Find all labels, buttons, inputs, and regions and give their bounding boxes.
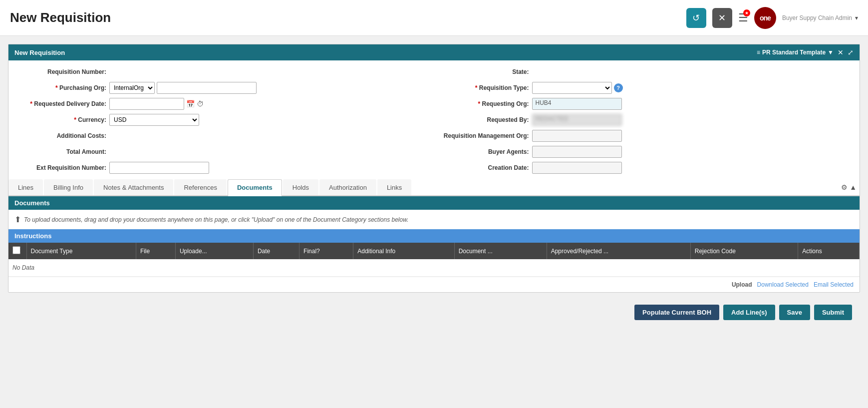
- close-button[interactable]: ✕: [712, 8, 732, 28]
- requisition-type-select[interactable]: [532, 82, 612, 94]
- table-footer: Upload Download Selected Email Selected: [8, 277, 860, 292]
- no-data-row: No Data: [8, 259, 860, 277]
- column-date: Date: [253, 243, 299, 259]
- requisition-panel: New Requisition ≡ PR Standard Template ▼…: [8, 44, 860, 293]
- additional-costs-label: Additional Costs:: [16, 132, 106, 139]
- populate-boh-button[interactable]: Populate Current BOH: [634, 305, 719, 320]
- delivery-date-row: * Requested Delivery Date: 📅 ⏱: [16, 97, 429, 110]
- requesting-org-value: HUB4: [532, 98, 622, 110]
- form-area: Requisition Number: * Purchasing Org: In…: [8, 60, 860, 179]
- tab-lines[interactable]: Lines: [8, 179, 43, 195]
- total-amount-label: Total Amount:: [16, 148, 106, 155]
- total-amount-row: Total Amount:: [16, 145, 429, 158]
- upload-link[interactable]: Upload: [732, 281, 752, 288]
- delivery-date-input[interactable]: [109, 98, 184, 110]
- panel-title: New Requisition: [14, 49, 65, 56]
- requesting-org-label: * Requesting Org:: [439, 100, 529, 107]
- clock-icon[interactable]: ⏱: [197, 100, 204, 108]
- purchasing-org-select[interactable]: InternalOrg: [109, 82, 155, 94]
- notification-badge: ★: [743, 9, 750, 16]
- column-uploaded: Uploade...: [175, 243, 253, 259]
- user-menu[interactable]: Buyer Suppy Chain Admin ▾: [782, 14, 858, 21]
- form-left-column: Requisition Number: * Purchasing Org: In…: [16, 65, 429, 174]
- user-name: Buyer Suppy Chain Admin: [782, 14, 852, 21]
- main-content: New Requisition ≡ PR Standard Template ▼…: [0, 36, 868, 334]
- tab-billing-info[interactable]: Billing Info: [44, 179, 93, 195]
- tab-links[interactable]: Links: [377, 179, 411, 195]
- template-label: ≡ PR Standard Template ▼: [757, 49, 834, 56]
- panel-title-group: New Requisition: [14, 49, 65, 56]
- help-icon[interactable]: ?: [614, 83, 623, 92]
- panel-close-button[interactable]: ✕: [838, 48, 844, 56]
- purchasing-org-group: InternalOrg: [109, 82, 257, 94]
- purchasing-org-label: * Purchasing Org:: [16, 84, 106, 91]
- column-file: File: [136, 243, 175, 259]
- upload-notice: ⬆ To upload documents, drag and drop you…: [8, 210, 860, 229]
- buyer-agents-value: [532, 146, 622, 158]
- submit-button[interactable]: Submit: [814, 305, 852, 320]
- refresh-button[interactable]: ↺: [686, 8, 706, 28]
- hamburger-notification[interactable]: ☰ ★: [738, 11, 748, 24]
- email-selected-link[interactable]: Email Selected: [814, 281, 854, 288]
- req-mgmt-org-label: Requisition Management Org:: [439, 132, 529, 139]
- buyer-agents-row: Buyer Agents:: [439, 145, 852, 158]
- download-selected-link[interactable]: Download Selected: [757, 281, 809, 288]
- column-document-ellipsis: Document ...: [454, 243, 547, 259]
- documents-table: Document Type File Uploade... Date Final…: [8, 243, 860, 277]
- column-actions: Actions: [798, 243, 860, 259]
- requisition-number-row: Requisition Number:: [16, 65, 429, 78]
- add-line-button[interactable]: Add Line(s): [723, 305, 775, 320]
- bottom-action-bar: Populate Current BOH Add Line(s) Save Su…: [8, 299, 860, 326]
- panel-header-right: ≡ PR Standard Template ▼ ✕ ⤢: [757, 48, 854, 56]
- instructions-banner: Instructions: [8, 229, 860, 243]
- select-all-checkbox[interactable]: [12, 246, 20, 254]
- logo: one: [754, 7, 776, 29]
- creation-date-row: Creation Date:: [439, 161, 852, 174]
- column-additional-info: Additional Info: [353, 243, 454, 259]
- ext-req-number-label: Ext Requisition Number:: [16, 164, 106, 171]
- page-title: New Requisition: [10, 10, 111, 25]
- requisition-type-row: * Requisition Type: ?: [439, 81, 852, 94]
- ext-req-number-input[interactable]: [109, 162, 209, 174]
- upload-label: Upload: [732, 281, 752, 288]
- currency-label: * Currency:: [16, 116, 106, 123]
- requesting-org-row: * Requesting Org: HUB4: [439, 97, 852, 110]
- delivery-date-label: * Requested Delivery Date:: [16, 100, 106, 107]
- documents-section: Documents ⬆ To upload documents, drag an…: [8, 196, 860, 292]
- buyer-agents-label: Buyer Agents:: [439, 148, 529, 155]
- panel-maximize-button[interactable]: ⤢: [848, 48, 854, 56]
- save-button[interactable]: Save: [779, 305, 810, 320]
- column-rejection-code: Rejection Code: [690, 243, 798, 259]
- requisition-type-label: * Requisition Type:: [439, 84, 529, 91]
- form-right-column: State: * Requisition Type: ?: [439, 65, 852, 174]
- requested-by-label: Requested By:: [439, 116, 529, 123]
- creation-date-label: Creation Date:: [439, 164, 529, 171]
- state-label: State:: [439, 68, 529, 75]
- tab-settings-icon[interactable]: ⚙: [841, 183, 848, 191]
- requisition-type-group: ?: [532, 82, 623, 94]
- tab-authorization[interactable]: Authorization: [319, 179, 376, 195]
- template-icon: ≡: [757, 49, 760, 56]
- tab-collapse-icon[interactable]: ▲: [850, 183, 857, 191]
- purchasing-org-row: * Purchasing Org: InternalOrg: [16, 81, 429, 94]
- column-checkbox: [8, 243, 26, 259]
- top-header: New Requisition ↺ ✕ ☰ ★ one Buyer Suppy …: [0, 0, 868, 36]
- currency-row: * Currency: USD: [16, 113, 429, 126]
- upload-arrow-icon: ⬆: [14, 215, 21, 224]
- calendar-icon[interactable]: 📅: [186, 100, 195, 108]
- purchasing-org-extra-input[interactable]: [157, 82, 257, 94]
- header-actions: ↺ ✕ ☰ ★ one Buyer Suppy Chain Admin ▾: [686, 7, 858, 29]
- column-document-type: Document Type: [26, 243, 136, 259]
- currency-select[interactable]: USD: [109, 114, 199, 126]
- documents-section-header: Documents: [8, 196, 860, 210]
- tab-holds[interactable]: Holds: [283, 179, 318, 195]
- creation-date-value: [532, 162, 622, 174]
- tab-notes-attachments[interactable]: Notes & Attachments: [94, 179, 173, 195]
- tab-documents[interactable]: Documents: [228, 179, 282, 196]
- tab-icons: ⚙ ▲: [841, 179, 860, 195]
- refresh-icon: ↺: [692, 12, 700, 23]
- template-chevron-icon: ▼: [828, 49, 834, 56]
- tab-references[interactable]: References: [174, 179, 226, 195]
- no-data-cell: No Data: [8, 259, 860, 277]
- column-final: Final?: [299, 243, 353, 259]
